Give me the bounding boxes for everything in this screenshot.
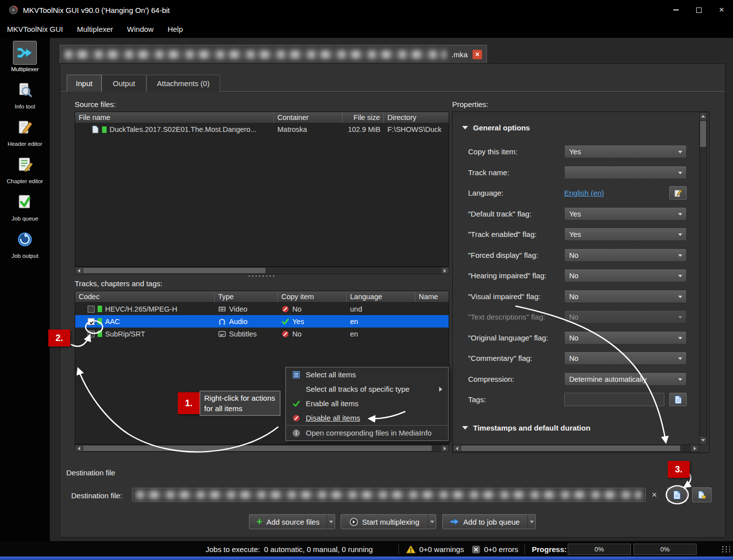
- track-checkbox[interactable]: [88, 318, 95, 325]
- scrollbar-track[interactable]: [700, 120, 707, 437]
- copy-this-item-dropdown[interactable]: Yes: [564, 145, 687, 158]
- browse-destination-button[interactable]: [667, 487, 687, 502]
- compression-dropdown[interactable]: Determine automatically: [564, 372, 687, 386]
- sidebar-item-info-tool[interactable]: Info tool: [0, 75, 50, 112]
- chevron-down-icon: [329, 521, 333, 523]
- menu-item-select-all-tracks-of-type[interactable]: Select all tracks of specific type: [286, 382, 448, 396]
- properties-hscrollbar[interactable]: [453, 445, 699, 452]
- menu-window[interactable]: Window: [120, 20, 160, 38]
- container-cell: Matroska: [277, 125, 307, 133]
- column-language[interactable]: Language: [347, 291, 415, 302]
- menu-mkvtoolnix-gui[interactable]: MKVToolNix GUI: [0, 20, 70, 38]
- close-button[interactable]: ×: [710, 0, 733, 20]
- tab-title-suffix: .mka: [451, 50, 468, 59]
- scroll-left-button[interactable]: [75, 267, 83, 274]
- clear-destination-button[interactable]: ×: [648, 489, 660, 501]
- sidebar-item-job-queue[interactable]: Job queue: [0, 187, 50, 224]
- sidebar-item-chapter-editor[interactable]: Chapter editor: [0, 150, 50, 187]
- info-tool-icon: [16, 82, 33, 99]
- hearing-impaired-flag-label: "Hearing impaired" flag:: [468, 271, 564, 280]
- chevron-down-icon: [678, 316, 682, 319]
- tags-input[interactable]: [564, 393, 664, 406]
- tab-close-button[interactable]: ×: [473, 50, 482, 59]
- collapse-arrow-icon: [462, 426, 468, 430]
- track-row-subtitles[interactable]: SubRip/SRT Subtitles No en: [75, 328, 449, 340]
- scroll-up-button[interactable]: [700, 112, 707, 120]
- scroll-left-button[interactable]: [453, 445, 461, 451]
- enabled-indicator: [102, 126, 107, 133]
- sidebar-item-job-output[interactable]: Job output: [0, 224, 50, 262]
- commentary-flag-dropdown[interactable]: No: [564, 351, 687, 365]
- menu-item-enable-all-items[interactable]: Enable all items: [286, 396, 448, 411]
- chapter-editor-icon: [16, 156, 33, 173]
- context-menu: Select all items Select all tracks of sp…: [285, 367, 449, 441]
- add-to-job-queue-dropdown[interactable]: [527, 514, 536, 529]
- scroll-right-button[interactable]: [441, 445, 449, 451]
- column-type[interactable]: Type: [215, 291, 278, 302]
- original-language-flag-dropdown[interactable]: No: [564, 331, 687, 344]
- scrollbar-track[interactable]: [83, 267, 441, 274]
- forced-display-flag-dropdown[interactable]: No: [564, 248, 687, 262]
- sidebar-item-header-editor[interactable]: Header editor: [0, 112, 50, 150]
- language-link[interactable]: English (en): [564, 186, 604, 200]
- track-row-video[interactable]: HEVC/H.265/MPEG-H Video No und: [75, 303, 449, 315]
- tab-input[interactable]: Input: [67, 75, 102, 92]
- source-files-hscrollbar[interactable]: [75, 267, 449, 274]
- destination-file-input[interactable]: [132, 488, 646, 502]
- group-timestamps[interactable]: Timestamps and default duration: [462, 424, 591, 432]
- scrollbar-thumb[interactable]: [83, 446, 432, 451]
- scrollbar-track[interactable]: [461, 445, 691, 451]
- start-multiplexing-dropdown[interactable]: [428, 514, 436, 529]
- visual-impaired-flag-dropdown[interactable]: No: [564, 290, 687, 303]
- group-general-options[interactable]: General options: [462, 123, 530, 132]
- type-cell: Subtitles: [229, 330, 257, 338]
- splitter-handle[interactable]: [247, 275, 276, 278]
- scroll-right-button[interactable]: [441, 267, 449, 274]
- column-file-name[interactable]: File name: [75, 112, 274, 123]
- scroll-down-button[interactable]: [700, 437, 707, 444]
- source-file-row[interactable]: DuckTales.2017.S02E01.The.Most.Dangero..…: [75, 123, 449, 135]
- scrollbar-thumb[interactable]: [83, 268, 265, 273]
- track-name-combo[interactable]: [564, 166, 687, 179]
- column-copy-item[interactable]: Copy item: [278, 291, 347, 302]
- tab-output[interactable]: Output: [102, 75, 146, 92]
- resize-grip[interactable]: [721, 546, 730, 554]
- start-multiplexing-button[interactable]: Start multiplexing: [341, 514, 428, 529]
- add-source-files-button[interactable]: + Add source files: [249, 514, 327, 529]
- column-directory[interactable]: Directory: [384, 112, 449, 123]
- add-to-job-queue-button[interactable]: Add to job queue: [442, 514, 528, 529]
- add-source-files-dropdown[interactable]: [327, 514, 335, 529]
- hearing-impaired-flag-dropdown[interactable]: No: [564, 269, 687, 282]
- track-row-audio[interactable]: AAC Audio Yes en: [75, 315, 449, 328]
- menu-item-select-all-items[interactable]: Select all items: [286, 367, 448, 382]
- menu-item-disable-all-items[interactable]: Disable all items: [286, 411, 448, 425]
- column-name[interactable]: Name: [415, 291, 449, 302]
- column-file-size[interactable]: File size: [343, 112, 384, 123]
- track-enabled-flag-dropdown[interactable]: Yes: [564, 227, 687, 241]
- scroll-left-button[interactable]: [75, 445, 83, 451]
- default-track-flag-dropdown[interactable]: Yes: [564, 207, 687, 221]
- edit-language-button[interactable]: [669, 186, 687, 200]
- minimize-button[interactable]: [664, 0, 687, 20]
- column-codec[interactable]: Codec: [75, 291, 215, 302]
- menu-help[interactable]: Help: [160, 20, 190, 38]
- document-tab[interactable]: .mka ×: [60, 45, 487, 63]
- jobs-to-execute-label: Jobs to execute:: [206, 545, 260, 554]
- sidebar-item-multiplexer[interactable]: Multiplexer: [0, 38, 50, 75]
- favorite-destination-button[interactable]: [692, 487, 712, 502]
- scroll-right-button[interactable]: [691, 445, 699, 451]
- track-checkbox[interactable]: [88, 306, 95, 313]
- menu-multiplexer[interactable]: Multiplexer: [70, 20, 121, 38]
- track-checkbox[interactable]: [88, 331, 95, 337]
- browse-tags-button[interactable]: [669, 393, 687, 406]
- maximize-button[interactable]: [687, 0, 710, 20]
- tab-attachments[interactable]: Attachments (0): [146, 75, 220, 92]
- menu-item-open-in-mediainfo[interactable]: Open corresponding files in MediaInfo: [286, 425, 448, 440]
- properties-vscrollbar[interactable]: [699, 112, 707, 445]
- chevron-down-icon: [530, 521, 534, 523]
- scrollbar-thumb[interactable]: [700, 121, 706, 147]
- tracks-hscrollbar[interactable]: [75, 445, 449, 452]
- scrollbar-thumb[interactable]: [461, 446, 680, 451]
- scrollbar-track[interactable]: [83, 445, 441, 451]
- column-container[interactable]: Container: [274, 112, 343, 123]
